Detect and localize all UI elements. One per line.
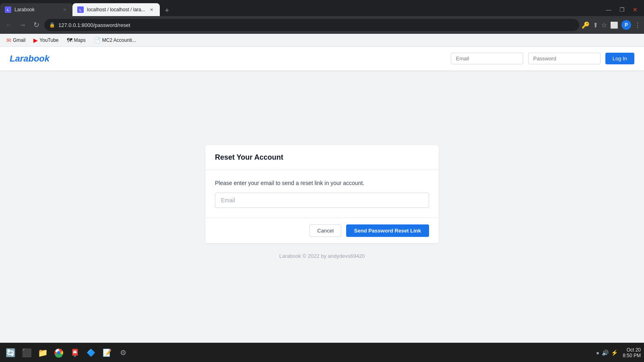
gmail-icon: ✉ bbox=[6, 37, 11, 43]
address-text: 127.0.0.1:8000/password/reset bbox=[58, 22, 574, 28]
new-tab-button[interactable]: + bbox=[161, 5, 173, 16]
reload-button[interactable]: ↻ bbox=[31, 19, 42, 31]
app-logo[interactable]: Larabook bbox=[10, 53, 451, 64]
back-button[interactable]: ← bbox=[3, 19, 14, 31]
lock-icon: 🔒 bbox=[49, 22, 55, 28]
maximize-button[interactable]: ❐ bbox=[616, 5, 628, 14]
taskbar-refresh-icon[interactable]: 🔄 bbox=[3, 346, 18, 360]
svg-point-4 bbox=[57, 351, 60, 354]
taskbar-settings-icon[interactable]: ⚙ bbox=[116, 346, 130, 360]
tab-localhost-close[interactable]: ✕ bbox=[149, 6, 155, 13]
speaker-icon: 🔊 bbox=[602, 350, 609, 356]
window-controls: — ❐ ✕ bbox=[603, 5, 644, 16]
taskbar: 🔄 ⬛ 📁 📮 🔷 📝 ⚙ ● 🔊 ⚡ Oct bbox=[0, 343, 644, 362]
reset-card-title: Reset Your Account bbox=[215, 153, 429, 162]
bookmark-mc2[interactable]: 📄 MC2 Accounti... bbox=[91, 35, 139, 45]
bookmark-icon[interactable]: ☆ bbox=[601, 21, 607, 29]
youtube-icon: ▶ bbox=[33, 37, 38, 43]
mc2-icon: 📄 bbox=[94, 37, 101, 43]
reset-email-input[interactable] bbox=[215, 193, 429, 208]
wifi-icon: ● bbox=[596, 350, 599, 356]
key-icon[interactable]: 🔑 bbox=[582, 21, 590, 29]
tab-larabook-favicon: L bbox=[5, 6, 11, 13]
reset-card-description: Please enter your email to send a reset … bbox=[215, 180, 429, 186]
page-footer: Larabook © 2022 by andydevs69420 bbox=[270, 243, 375, 269]
reset-card-header: Reset Your Account bbox=[205, 145, 439, 170]
send-reset-button[interactable]: Send Password Reset Link bbox=[346, 224, 429, 237]
bookmark-youtube-label: YouTube bbox=[39, 37, 58, 43]
page-content: Larabook Log In Reset Your Account Pleas… bbox=[0, 47, 644, 343]
taskbar-files-icon[interactable]: 📁 bbox=[35, 346, 50, 360]
power-icon: ⚡ bbox=[611, 350, 618, 356]
taskbar-clock: Oct 20 8:50 PM bbox=[623, 347, 641, 358]
tab-larabook[interactable]: L Larabook ✕ bbox=[0, 3, 72, 16]
close-window-button[interactable]: ✕ bbox=[630, 5, 641, 14]
footer-text: Larabook © 2022 by andydevs69420 bbox=[279, 253, 365, 259]
bookmark-gmail-label: Gmail bbox=[13, 37, 25, 43]
tab-localhost-title: localhost / localhost / lara... bbox=[87, 7, 145, 12]
cancel-button[interactable]: Cancel bbox=[310, 224, 341, 237]
bookmark-maps[interactable]: 🗺 Maps bbox=[64, 35, 89, 45]
reset-card-body: Please enter your email to send a reset … bbox=[205, 170, 439, 218]
main-content: Reset Your Account Please enter your ema… bbox=[0, 71, 644, 343]
address-input-wrap[interactable]: 🔒 127.0.0.1:8000/password/reset bbox=[44, 19, 579, 31]
svg-text:L: L bbox=[79, 8, 82, 12]
reset-card: Reset Your Account Please enter your ema… bbox=[205, 145, 439, 243]
address-bar: ← → ↻ 🔒 127.0.0.1:8000/password/reset 🔑 … bbox=[0, 16, 644, 34]
taskbar-postman-icon[interactable]: 📮 bbox=[68, 346, 82, 360]
share-icon[interactable]: ⬆ bbox=[593, 21, 598, 29]
tab-localhost[interactable]: L localhost / localhost / lara... ✕ bbox=[72, 3, 160, 16]
login-button[interactable]: Log In bbox=[605, 53, 634, 64]
forward-button[interactable]: → bbox=[17, 19, 28, 31]
address-bar-controls: 🔑 ⬆ ☆ ⬜ P ⋮ bbox=[582, 20, 641, 30]
app-navbar: Larabook Log In bbox=[0, 47, 644, 71]
bookmark-maps-label: Maps bbox=[74, 37, 86, 43]
bookmark-mc2-label: MC2 Accounti... bbox=[102, 37, 136, 43]
navbar-right: Log In bbox=[451, 53, 634, 64]
tab-larabook-title: Larabook bbox=[14, 7, 58, 12]
maps-icon: 🗺 bbox=[67, 37, 72, 43]
taskbar-date: Oct 20 bbox=[623, 347, 641, 353]
nav-email-input[interactable] bbox=[451, 53, 523, 64]
tab-larabook-close[interactable]: ✕ bbox=[61, 6, 68, 13]
bookmark-gmail[interactable]: ✉ Gmail bbox=[3, 35, 29, 45]
taskbar-chrome-icon[interactable] bbox=[52, 346, 66, 360]
taskbar-git-icon[interactable]: 🔷 bbox=[84, 346, 98, 360]
menu-icon[interactable]: ⋮ bbox=[634, 21, 641, 29]
extension-icon[interactable]: ⬜ bbox=[610, 21, 618, 29]
taskbar-time: 8:50 PM bbox=[623, 353, 641, 358]
profile-avatar[interactable]: P bbox=[621, 20, 631, 30]
nav-password-input[interactable] bbox=[528, 53, 601, 64]
chrome-icon-svg bbox=[54, 348, 64, 358]
bookmark-youtube[interactable]: ▶ YouTube bbox=[30, 35, 62, 45]
tab-localhost-favicon: L bbox=[77, 6, 84, 13]
reset-card-footer: Cancel Send Password Reset Link bbox=[205, 218, 439, 243]
bookmarks-bar: ✉ Gmail ▶ YouTube 🗺 Maps 📄 MC2 Accounti.… bbox=[0, 34, 644, 47]
tab-bar: L Larabook ✕ L localhost / localhost / l… bbox=[0, 0, 644, 16]
minimize-button[interactable]: — bbox=[603, 5, 615, 14]
taskbar-vscode-icon[interactable]: 📝 bbox=[100, 346, 114, 360]
taskbar-sys-icons: ● 🔊 ⚡ bbox=[596, 350, 618, 356]
taskbar-terminal-icon[interactable]: ⬛ bbox=[19, 346, 34, 360]
taskbar-right: ● 🔊 ⚡ Oct 20 8:50 PM bbox=[596, 347, 641, 358]
